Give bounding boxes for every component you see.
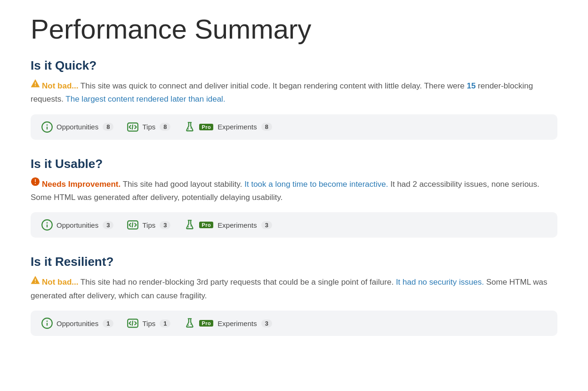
- quick-pill-tips[interactable]: Tips8: [127, 121, 170, 133]
- section-quick-body: Not bad... This site was quick to connec…: [31, 80, 557, 106]
- svg-rect-19: [35, 279, 35, 281]
- usable-tips-icon: [127, 219, 139, 231]
- svg-point-8: [191, 128, 192, 128]
- section-usable-body: Needs Improvement. This site had good la…: [31, 178, 557, 204]
- usable-pills-bar: Opportunities3 Tips3 ProExperiments3: [31, 212, 557, 238]
- svg-rect-14: [47, 224, 48, 228]
- svg-point-18: [191, 226, 192, 227]
- resilient-pro-badge: Pro: [199, 320, 213, 327]
- quick-render-blocking-count: 15: [467, 81, 475, 90]
- svg-point-1: [35, 85, 36, 86]
- usable-experiments-label: Experiments: [217, 221, 257, 229]
- quick-pills-bar: Opportunities8 Tips8 ProExperiments8: [31, 114, 557, 140]
- svg-line-6: [132, 125, 133, 129]
- resilient-pills-bar: Opportunities1 Tips1 ProExperiments3: [31, 311, 557, 336]
- resilient-tips-icon: [127, 317, 139, 329]
- usable-status-label: Needs Improvement.: [42, 180, 121, 189]
- svg-point-11: [35, 183, 36, 184]
- quick-opportunities-count: 8: [103, 123, 113, 131]
- svg-line-16: [132, 223, 133, 227]
- section-resilient-heading: Is it Resilient?: [31, 255, 557, 269]
- quick-experiments-icon: [184, 121, 196, 133]
- quick-tips-label: Tips: [142, 123, 155, 131]
- svg-point-7: [188, 128, 189, 129]
- resilient-experiments-count: 3: [261, 319, 272, 327]
- resilient-pill-experiments[interactable]: ProExperiments3: [184, 317, 272, 329]
- usable-pro-badge: Pro: [199, 222, 213, 228]
- quick-status-label: Not bad...: [42, 81, 78, 90]
- section-resilient-body: Not bad... This site had no render-block…: [31, 276, 557, 302]
- svg-point-20: [35, 282, 36, 283]
- quick-experiments-count: 8: [261, 123, 272, 131]
- usable-tips-count: 3: [160, 221, 170, 229]
- svg-rect-4: [47, 127, 48, 130]
- svg-line-25: [132, 321, 133, 326]
- resilient-experiments-icon: [184, 317, 196, 329]
- resilient-status-label: Not bad...: [42, 278, 78, 287]
- svg-point-3: [47, 124, 48, 126]
- resilient-pill-tips[interactable]: Tips1: [127, 317, 170, 329]
- usable-pill-experiments[interactable]: ProExperiments3: [184, 219, 272, 231]
- section-usable: Is it Usable? Needs Improvement. This si…: [31, 157, 557, 238]
- svg-point-22: [47, 321, 48, 322]
- svg-point-13: [47, 223, 48, 224]
- page-title: Performance Summary: [31, 14, 557, 44]
- section-usable-heading: Is it Usable?: [31, 157, 557, 171]
- usable-experiments-icon: [184, 219, 196, 231]
- quick-tips-count: 8: [160, 123, 170, 131]
- usable-tips-label: Tips: [142, 221, 155, 229]
- usable-opportunities-count: 3: [103, 221, 113, 229]
- usable-opportunities-icon: [41, 219, 53, 231]
- svg-point-26: [188, 325, 189, 326]
- quick-tips-icon: [127, 121, 139, 133]
- usable-interactive-note: It took a long time to become interactiv…: [244, 180, 388, 189]
- quick-pill-opportunities[interactable]: Opportunities8: [41, 121, 113, 133]
- resilient-tips-count: 1: [160, 319, 170, 327]
- usable-opportunities-label: Opportunities: [56, 221, 98, 229]
- quick-pill-experiments[interactable]: ProExperiments8: [184, 121, 272, 133]
- svg-rect-10: [35, 179, 35, 182]
- resilient-opportunities-label: Opportunities: [56, 319, 98, 327]
- usable-pill-opportunities[interactable]: Opportunities3: [41, 219, 113, 231]
- section-resilient: Is it Resilient? Not bad... This site ha…: [31, 255, 557, 336]
- section-quick-heading: Is it Quick?: [31, 58, 557, 73]
- quick-lcp-note: The largest content rendered later than …: [65, 95, 225, 104]
- section-quick: Is it Quick? Not bad... This site was qu…: [31, 58, 557, 140]
- quick-opportunities-icon: [41, 121, 53, 133]
- resilient-status-icon: [31, 275, 40, 288]
- svg-rect-23: [47, 323, 48, 326]
- svg-point-17: [188, 227, 189, 228]
- resilient-pill-opportunities[interactable]: Opportunities1: [41, 317, 113, 329]
- resilient-opportunities-count: 1: [103, 319, 113, 327]
- usable-experiments-count: 3: [261, 221, 272, 229]
- quick-status-icon: [31, 79, 40, 92]
- usable-status-icon: [31, 177, 40, 190]
- resilient-security-note: It had no security issues.: [396, 278, 484, 287]
- quick-pro-badge: Pro: [199, 124, 213, 130]
- resilient-experiments-label: Experiments: [217, 319, 257, 327]
- svg-rect-0: [35, 82, 35, 84]
- resilient-opportunities-icon: [41, 317, 53, 329]
- resilient-tips-label: Tips: [142, 319, 155, 327]
- quick-opportunities-label: Opportunities: [56, 123, 98, 131]
- usable-pill-tips[interactable]: Tips3: [127, 219, 170, 231]
- svg-point-27: [191, 324, 192, 325]
- quick-experiments-label: Experiments: [217, 123, 257, 131]
